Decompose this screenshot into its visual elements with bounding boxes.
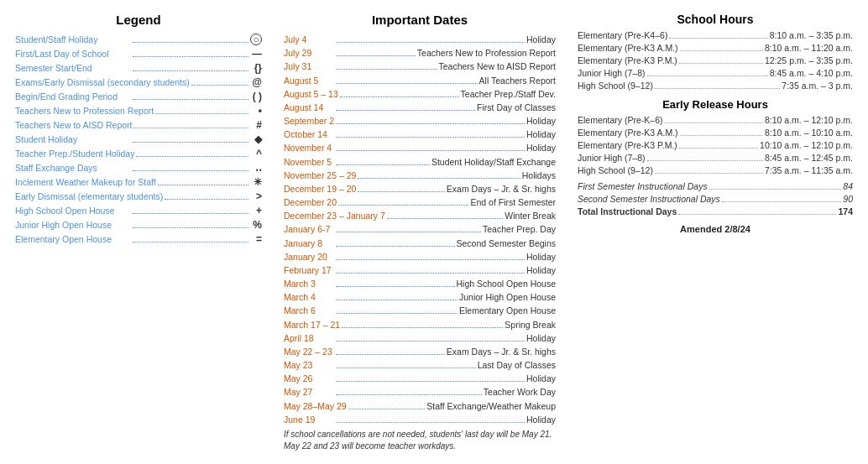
date-item: May 22 – 23Exam Days – Jr. & Sr. highs	[284, 346, 556, 357]
dates-title: Important Dates	[284, 13, 556, 27]
instructional-value: 174	[838, 206, 853, 216]
early-release-items-container: Elementary (Pre-K–6)8:10 a.m. – 12:10 p.…	[578, 115, 853, 176]
early-release-title: Early Release Hours	[578, 98, 853, 111]
legend-section: Legend Student/Staff Holiday○First/Last …	[8, 8, 269, 456]
date-item: May 26Holiday	[284, 373, 556, 384]
legend-item-symbol: —	[250, 48, 262, 60]
legend-item-dots	[133, 242, 248, 242]
date-item: July 29Teachers New to Profession Report	[284, 47, 556, 59]
date-desc: Exam Days – Jr. & Sr. highs	[447, 346, 556, 357]
instructional-row: Total Instructional Days174	[578, 206, 853, 217]
date-item: July 4Holiday	[284, 34, 556, 45]
date-dots	[336, 246, 455, 247]
date-dots	[336, 394, 482, 395]
legend-item-symbol: ○	[250, 34, 262, 45]
early-release-label: High School (9–12)	[578, 165, 653, 175]
instructional-row: First Semester Instructional Days84	[578, 181, 853, 192]
legend-item-label: Semester Start/End	[15, 63, 131, 73]
date-desc: Teacher Prep./Staff Dev.	[461, 88, 556, 100]
instructional-dots	[709, 189, 842, 190]
hours-item: High School (9–12)7:35 a.m. – 3 p.m.	[578, 81, 853, 91]
date-desc: All Teachers Report	[479, 75, 556, 86]
date-label: January 6-7	[284, 223, 334, 235]
legend-item-symbol: ‥	[250, 162, 262, 174]
date-label: December 23 – January 7	[284, 210, 385, 222]
dates-section: Important Dates July 4HolidayJuly 29Teac…	[277, 8, 562, 456]
legend-item-dots	[191, 85, 248, 86]
legend-item: Inclement Weather Makeup for Staff✳	[15, 176, 262, 188]
date-label: March 17 – 21	[284, 319, 340, 331]
legend-item-label: Teachers New to AISD Report	[15, 120, 132, 130]
date-label: July 4	[284, 34, 334, 45]
hours-value: 8:10 a.m. – 11:20 a.m.	[765, 43, 853, 53]
date-dots	[336, 137, 525, 138]
legend-item-dots	[133, 70, 248, 71]
date-label: December 20	[284, 196, 337, 208]
date-dots	[336, 55, 416, 56]
date-dots	[342, 327, 503, 328]
date-label: January 8	[284, 237, 334, 249]
legend-title: Legend	[15, 13, 262, 27]
legend-item-symbol: =	[250, 233, 262, 245]
legend-item-dots	[158, 185, 248, 185]
date-desc: Holiday	[526, 332, 556, 344]
date-desc: Staff Exchange/Weather Makeup	[426, 400, 556, 412]
date-dots	[336, 164, 430, 165]
legend-item: Student Holiday◆	[15, 133, 262, 145]
date-desc: Student Holiday/Staff Exchange	[431, 156, 556, 168]
date-dots	[336, 286, 455, 287]
date-label: March 6	[284, 305, 334, 316]
early-release-dots	[680, 135, 763, 136]
instructional-label: Total Instructional Days	[578, 206, 677, 216]
hours-item: Elementary (Pre-K3 P.M.)12:25 p.m. – 3:3…	[578, 55, 853, 66]
early-release-value: 10:10 a.m. – 12:10 p.m.	[760, 140, 853, 150]
date-item: March 6Elementary Open House	[284, 305, 556, 316]
early-release-item: Junior High (7–8)8:45 a.m. – 12:45 p.m.	[578, 153, 853, 164]
legend-item-label: Teachers New to Profession Report	[15, 106, 154, 116]
legend-item: Teachers New to Profession Report•	[15, 105, 262, 117]
instructional-value: 90	[843, 194, 853, 204]
legend-item-label: Teacher Prep./Student Holiday	[15, 149, 134, 159]
early-release-item: Elementary (Pre-K–6)8:10 a.m. – 12:10 p.…	[578, 115, 853, 126]
date-item: November 4Holiday	[284, 142, 556, 154]
hours-items-container: Elementary (Pre-K4–6)8:10 a.m. – 3:35 p.…	[578, 30, 853, 91]
legend-item-label: Student Holiday	[15, 134, 131, 144]
date-item: July 31Teachers New to AISD Report	[284, 60, 556, 72]
legend-item-symbol: >	[250, 190, 262, 202]
legend-item-symbol: %	[250, 219, 262, 231]
date-dots	[336, 42, 525, 43]
date-desc: Holiday	[526, 34, 556, 45]
date-dots	[336, 341, 525, 341]
date-item: December 20End of First Semester	[284, 196, 556, 208]
date-dots	[336, 354, 445, 355]
date-desc: Holidays	[522, 169, 556, 181]
date-desc: Holiday	[526, 414, 556, 425]
date-desc: Second Semester Begins	[457, 237, 556, 249]
legend-item-dots	[133, 213, 248, 214]
legend-item: Teachers New to AISD Report#	[15, 119, 262, 131]
legend-item-dots	[155, 113, 248, 114]
legend-item-label: Exams/Early Dismissal (secondary student…	[15, 77, 190, 87]
hours-value: 8:45 a.m. – 4:10 p.m.	[770, 68, 853, 78]
instructional-label: Second Semester Instructional Days	[578, 194, 720, 204]
date-item: August 14First Day of Classes	[284, 102, 556, 113]
legend-item-dots	[165, 199, 248, 200]
date-item: March 3High School Open House	[284, 278, 556, 289]
date-desc: Holiday	[526, 115, 556, 127]
date-item: August 5All Teachers Report	[284, 75, 556, 86]
hours-label: High School (9–12)	[578, 81, 653, 91]
legend-item: Begin/End Grading Period( )	[15, 91, 262, 102]
early-release-value: 7:35 a.m. – 11:35 a.m.	[765, 165, 853, 175]
legend-item-dots	[133, 42, 248, 43]
date-label: October 14	[284, 128, 334, 140]
early-release-label: Junior High (7–8)	[578, 153, 646, 163]
instructional-row: Second Semester Instructional Days90	[578, 194, 853, 205]
legend-item-label: Junior High Open House	[15, 220, 131, 230]
date-label: September 2	[284, 115, 334, 127]
date-desc: High School Open House	[457, 278, 557, 289]
legend-item-dots	[133, 56, 248, 57]
hours-dots	[669, 38, 767, 39]
hours-label: Junior High (7–8)	[578, 68, 646, 78]
date-label: November 25 – 29	[284, 169, 356, 181]
date-item: December 23 – January 7Winter Break	[284, 210, 556, 222]
